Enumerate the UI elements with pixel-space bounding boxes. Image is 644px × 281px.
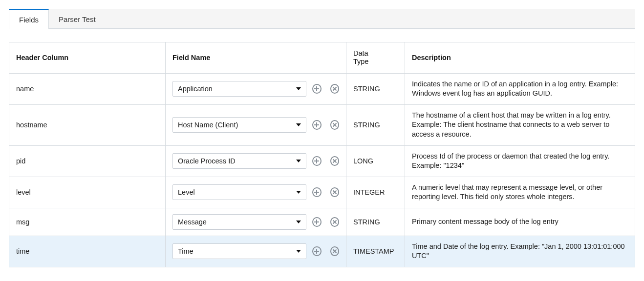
col-description-label: Description — [412, 53, 451, 63]
remove-field-icon[interactable] — [330, 246, 339, 256]
remove-field-icon[interactable] — [330, 120, 339, 130]
remove-field-icon[interactable] — [330, 84, 339, 94]
cell-data-type: INTEGER — [346, 177, 405, 208]
table-header-row: Header Column Field Name Data Type Descr… — [9, 42, 635, 74]
cell-field-name: Oracle Process ID — [166, 146, 346, 177]
table-row: name Application STRING Indicates the na… — [9, 74, 635, 105]
header-column-value: level — [16, 188, 31, 196]
add-field-icon[interactable] — [312, 84, 321, 94]
description-value: Process Id of the process or daemon that… — [412, 152, 628, 171]
tab-fields[interactable]: Fields — [9, 9, 49, 29]
description-value: Time and Date of the log entry. Example:… — [412, 242, 628, 261]
cell-header-column: name — [9, 74, 166, 104]
col-data-type-label: Data Type — [353, 49, 368, 66]
remove-field-icon[interactable] — [330, 187, 339, 197]
cell-description: Time and Date of the log entry. Example:… — [405, 236, 635, 267]
cell-description: Primary content message body of the log … — [405, 208, 635, 236]
cell-data-type: STRING — [346, 74, 405, 104]
cell-field-name: Message — [166, 208, 346, 236]
header-column-value: name — [16, 85, 34, 93]
fields-table: Header Column Field Name Data Type Descr… — [9, 42, 635, 267]
field-name-select[interactable]: Level — [172, 184, 306, 200]
chevron-down-icon — [296, 191, 301, 194]
data-type-value: STRING — [353, 85, 380, 93]
cell-header-column: time — [9, 236, 166, 267]
field-name-selected: Oracle Process ID — [178, 157, 236, 165]
field-name-selected: Host Name (Client) — [178, 121, 238, 129]
field-name-select[interactable]: Message — [172, 214, 306, 230]
header-column-value: msg — [16, 218, 29, 226]
cell-data-type: LONG — [346, 146, 405, 177]
table-row: level Level INTEGER A numeric level that… — [9, 177, 635, 208]
field-name-select[interactable]: Application — [172, 81, 306, 97]
field-name-selected: Level — [178, 188, 195, 196]
table-row: pid Oracle Process ID LONG Process Id of… — [9, 146, 635, 177]
description-value: Indicates the name or ID of an applicati… — [412, 80, 628, 99]
cell-field-name: Application — [166, 74, 346, 104]
add-field-icon[interactable] — [312, 120, 321, 130]
description-value: The hostname of a client host that may b… — [412, 111, 628, 140]
col-header-column-label: Header Column — [16, 54, 68, 61]
data-type-value: TIMESTAMP — [353, 247, 394, 255]
data-type-value: INTEGER — [353, 188, 385, 196]
chevron-down-icon — [296, 123, 301, 126]
remove-field-icon[interactable] — [330, 217, 339, 227]
add-field-icon[interactable] — [312, 217, 321, 227]
chevron-down-icon — [296, 221, 301, 223]
tab-fields-label: Fields — [19, 16, 39, 24]
cell-field-name: Level — [166, 177, 346, 208]
cell-description: Indicates the name or ID of an applicati… — [405, 74, 635, 104]
add-field-icon[interactable] — [312, 246, 321, 256]
cell-header-column: pid — [9, 146, 166, 177]
description-value: A numeric level that may represent a mes… — [412, 183, 628, 202]
header-column-value: pid — [16, 157, 25, 165]
cell-data-type: STRING — [346, 208, 405, 236]
chevron-down-icon — [296, 87, 301, 90]
cell-field-name: Time — [166, 236, 346, 267]
table-row: msg Message STRING Primary content messa… — [9, 208, 635, 236]
cell-description: Process Id of the process or daemon that… — [405, 146, 635, 177]
col-field-name: Field Name — [166, 42, 346, 73]
add-field-icon[interactable] — [312, 156, 321, 166]
cell-description: The hostname of a client host that may b… — [405, 105, 635, 145]
cell-header-column: level — [9, 177, 166, 208]
tab-bar: Fields Parser Test — [9, 9, 635, 29]
chevron-down-icon — [296, 160, 301, 162]
chevron-down-icon — [296, 250, 301, 253]
tab-parser-test[interactable]: Parser Test — [49, 9, 106, 28]
tab-parser-test-label: Parser Test — [59, 15, 96, 23]
data-type-value: STRING — [353, 121, 380, 129]
field-name-select[interactable]: Time — [172, 243, 306, 259]
remove-field-icon[interactable] — [330, 156, 339, 166]
field-name-selected: Time — [178, 247, 193, 255]
cell-description: A numeric level that may represent a mes… — [405, 177, 635, 208]
field-name-select[interactable]: Oracle Process ID — [172, 153, 306, 169]
header-column-value: hostname — [16, 121, 47, 129]
add-field-icon[interactable] — [312, 187, 321, 197]
table-row: hostname Host Name (Client) STRING The h… — [9, 105, 635, 146]
cell-header-column: msg — [9, 208, 166, 236]
col-field-name-label: Field Name — [172, 54, 210, 61]
cell-header-column: hostname — [9, 105, 166, 145]
table-row: time Time TIMESTAMP Time and Date of the… — [9, 236, 635, 267]
data-type-value: LONG — [353, 157, 373, 165]
field-name-selected: Message — [178, 218, 207, 226]
data-type-value: STRING — [353, 218, 380, 226]
description-value: Primary content message body of the log … — [412, 217, 558, 227]
cell-data-type: STRING — [346, 105, 405, 145]
header-column-value: time — [16, 247, 29, 255]
cell-field-name: Host Name (Client) — [166, 105, 346, 145]
col-data-type: Data Type — [346, 42, 405, 73]
field-name-selected: Application — [178, 85, 213, 93]
cell-data-type: TIMESTAMP — [346, 236, 405, 267]
col-description: Description — [405, 42, 635, 73]
col-header-column: Header Column — [9, 42, 166, 73]
field-name-select[interactable]: Host Name (Client) — [172, 117, 306, 133]
